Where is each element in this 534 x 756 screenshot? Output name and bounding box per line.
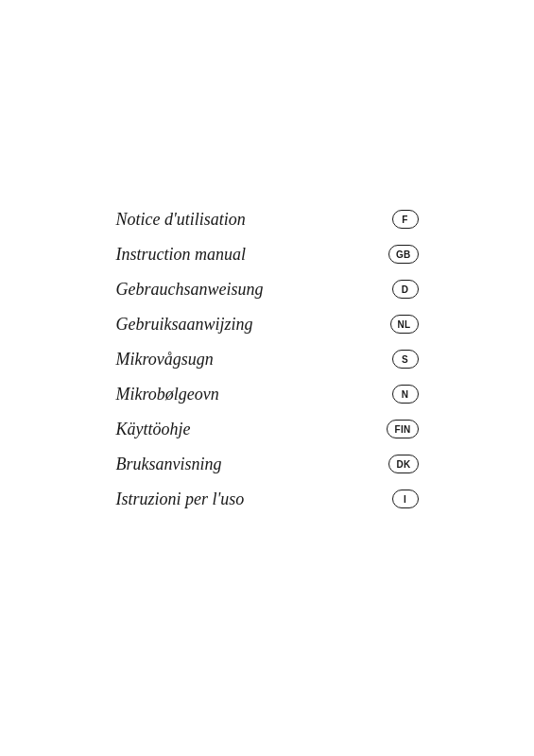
language-badge: GB — [388, 245, 419, 264]
manual-title: Mikrobølgeovn — [116, 385, 219, 404]
list-item: MikrobølgeovnN — [116, 377, 419, 412]
manual-title: Bruksanvisning — [116, 455, 222, 474]
language-badge: F — [392, 210, 419, 229]
language-badge: S — [392, 350, 419, 369]
language-badge: DK — [388, 455, 418, 473]
manual-title: Instruction manual — [116, 245, 247, 265]
manual-title: Istruzioni per l'uso — [116, 490, 245, 509]
list-item: GebruiksaanwijzingNL — [116, 307, 419, 342]
manual-list: Notice d'utilisationFInstruction manualG… — [116, 202, 419, 517]
list-item: KäyttöohjeFIN — [116, 412, 419, 447]
list-item: Notice d'utilisationF — [116, 202, 419, 237]
language-badge: N — [392, 385, 419, 404]
manual-title: Käyttöohje — [116, 420, 191, 439]
language-badge: NL — [390, 315, 419, 334]
manual-title: Notice d'utilisation — [116, 210, 246, 230]
language-badge: FIN — [387, 420, 418, 438]
manual-title: Gebrauchsanweisung — [116, 280, 264, 300]
list-item: BruksanvisningDK — [116, 447, 419, 482]
list-item: Istruzioni per l'usoI — [116, 482, 419, 517]
language-badge: I — [392, 490, 419, 508]
list-item: Instruction manualGB — [116, 237, 419, 272]
manual-title: Gebruiksaanwijzing — [116, 315, 253, 335]
manual-title: Mikrovågsugn — [116, 350, 214, 369]
list-item: GebrauchsanweisungD — [116, 272, 419, 307]
list-item: MikrovågsugnS — [116, 342, 419, 377]
language-badge: D — [392, 280, 419, 299]
